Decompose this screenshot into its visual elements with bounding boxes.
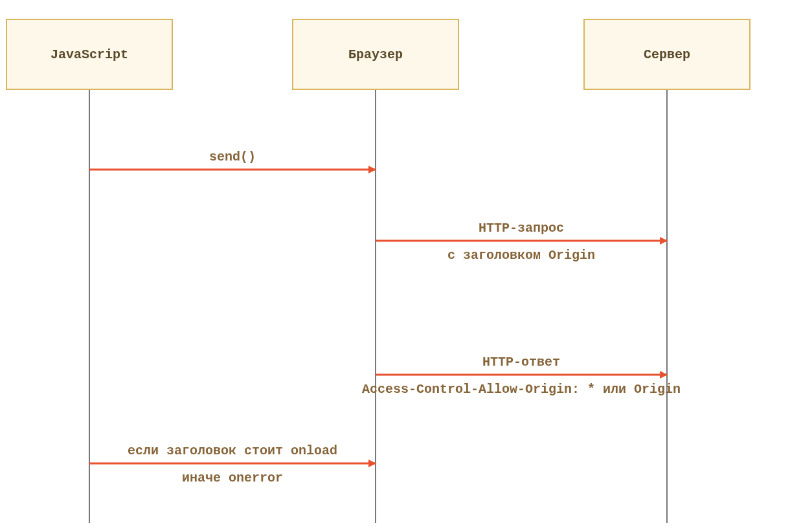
message-label: send() <box>209 150 256 164</box>
participant-label-server: Сервер <box>644 47 690 62</box>
message-m2: HTTP-запросс заголовком Origin <box>376 221 667 263</box>
sequence-diagram: JavaScriptБраузерСервер send()HTTP-запро… <box>0 0 790 532</box>
message-m4: если заголовок стоит onloadиначе onerror <box>89 443 376 485</box>
participant-label-browser: Браузер <box>348 47 403 62</box>
message-sublabel: с заголовком Origin <box>447 248 595 263</box>
message-m3: HTTP-ответAccess-Control-Allow-Origin: *… <box>362 355 681 397</box>
participant-server: Сервер <box>584 19 750 89</box>
participant-js: JavaScript <box>6 19 172 89</box>
participant-label-js: JavaScript <box>51 47 128 62</box>
message-label: если заголовок стоит onload <box>128 443 337 458</box>
message-label: HTTP-запрос <box>479 221 564 236</box>
participant-browser: Браузер <box>293 19 458 89</box>
message-m1: send() <box>89 150 376 170</box>
message-sublabel: Access-Control-Allow-Origin: * или Origi… <box>362 382 681 397</box>
message-sublabel: иначе onerror <box>182 471 283 485</box>
message-label: HTTP-ответ <box>482 355 560 370</box>
